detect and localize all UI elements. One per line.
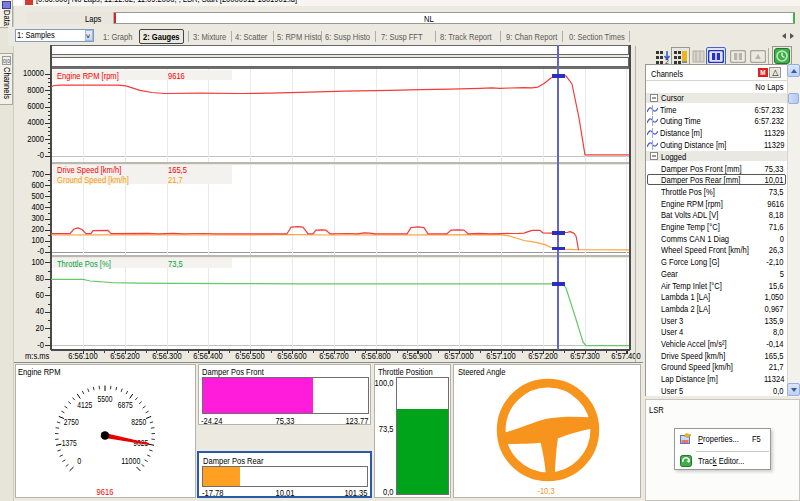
svg-text:6875: 6875 [118,400,133,410]
svg-text:2750: 2750 [64,417,79,427]
svg-text:4125: 4125 [77,400,92,410]
svg-text:5500: 5500 [98,394,113,404]
svg-text:11000: 11000 [121,456,140,466]
svg-text:8250: 8250 [131,417,146,427]
svg-text:0: 0 [77,456,81,466]
svg-text:1375: 1375 [62,438,77,448]
